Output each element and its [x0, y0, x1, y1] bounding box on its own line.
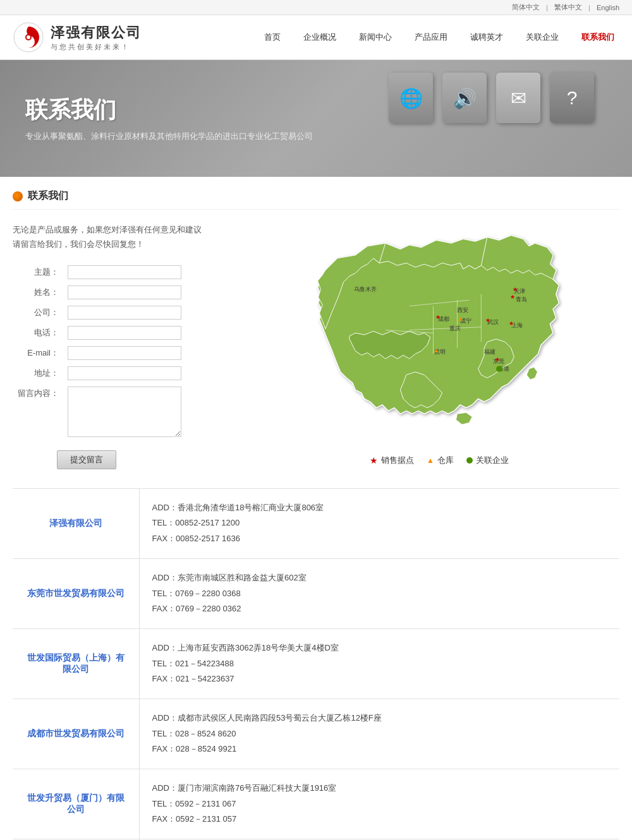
svg-text:★: ★: [513, 285, 518, 292]
main-content: 联系我们 无论是产品或服务，如果您对泽强有任何意见和建议 请留言给我们，我们会尽…: [0, 177, 632, 840]
name-input[interactable]: [68, 285, 181, 299]
section-dot: [13, 191, 23, 201]
message-textarea[interactable]: [68, 387, 181, 437]
banner-text: 联系我们 专业从事聚氨酯、涂料行业原材料及其他特用化学品的进出口专业化工贸易公司: [25, 95, 313, 142]
company-input[interactable]: [68, 306, 181, 320]
sales-star-icon: ★: [370, 455, 378, 465]
phone-label: 电话：: [14, 323, 63, 342]
banner-title: 联系我们: [25, 95, 313, 126]
map-area: 乌鲁木齐 天津 青岛 上海 武汉 成宁 成都 重庆 西安 昆明 福建 东莞 香港…: [259, 222, 619, 469]
banner-subtitle: 专业从事聚氨酯、涂料行业原材料及其他特用化学品的进出口专业化工贸易公司: [25, 131, 313, 142]
svg-text:福建: 福建: [484, 349, 495, 355]
legend-warehouse-label: 仓库: [437, 455, 454, 466]
section-title: 联系我们: [13, 189, 619, 210]
svg-text:★: ★: [510, 293, 515, 300]
nav-about[interactable]: 企业概况: [298, 29, 341, 45]
company-info-cell: ADD：东莞市南城区胜和路金益大厦602室TEL：0769－2280 0368F…: [139, 558, 619, 628]
warehouse-triangle-icon: ▲: [427, 456, 434, 465]
company-name-cell: 泽强有限公司: [13, 488, 139, 558]
section-heading: 联系我们: [28, 189, 68, 203]
submit-button[interactable]: 提交留言: [57, 450, 116, 469]
table-row: 世发国际贸易（上海）有限公司 ADD：上海市延安西路3062弄18号华美大厦4楼…: [13, 628, 619, 699]
company-info-cell: ADD：上海市延安西路3062弄18号华美大厦4楼D室TEL：021－54223…: [139, 628, 619, 699]
form-row-subject: 主题：: [14, 263, 245, 282]
svg-text:★: ★: [509, 320, 514, 327]
subject-input[interactable]: [68, 265, 181, 279]
lang-traditional[interactable]: 繁体中文: [554, 3, 582, 12]
legend-sales: ★ 销售据点: [370, 455, 414, 466]
contact-form-area: 无论是产品或服务，如果您对泽强有任何意见和建议 请留言给我们，我们会尽快回复您！…: [13, 222, 246, 469]
form-row-message: 留言内容：: [14, 384, 245, 441]
form-row-phone: 电话：: [14, 323, 245, 342]
legend-affiliated-label: 关联企业: [476, 455, 509, 466]
svg-point-2: [27, 35, 30, 39]
table-row: 泽强有限公司 ADD：香港北角渣华道18号榕汇商业大厦806室TEL：00852…: [13, 488, 619, 558]
address-input[interactable]: [68, 366, 181, 380]
company-info-cell: ADD：厦门市湖滨南路76号百融汇科技大厦1916室TEL：0592－2131 …: [139, 769, 619, 839]
logo: 泽强有限公司 与 您 共 创 美 好 未 来 ！: [13, 21, 142, 53]
company-info-cell: ADD：香港北角渣华道18号榕汇商业大厦806室TEL：00852-2517 1…: [139, 488, 619, 558]
svg-text:重庆: 重庆: [449, 325, 461, 332]
lang-simplified[interactable]: 简体中文: [512, 3, 540, 12]
table-row: 成都市世发贸易有限公司 ADD：成都市武侯区人民南路四段53号蜀云台大厦乙栋12…: [13, 699, 619, 769]
question-icon: ?: [550, 73, 594, 123]
form-row-company: 公司：: [14, 303, 245, 322]
affiliated-circle-icon: [466, 457, 473, 464]
svg-text:▲: ▲: [434, 347, 439, 354]
company-name: 泽强有限公司: [51, 23, 142, 42]
contact-form: 主题： 姓名： 公司： 电话：: [13, 261, 246, 469]
banner-icons: 🌐 🔊 ✉ ?: [389, 73, 594, 123]
company-name-cell: 世发升贸易（厦门）有限公司: [13, 769, 139, 839]
form-row-address: 地址：: [14, 364, 245, 383]
table-row: 世发升贸易（厦门）有限公司 ADD：厦门市湖滨南路76号百融汇科技大厦1916室…: [13, 769, 619, 839]
company-label: 公司：: [14, 303, 63, 322]
logo-icon: [13, 21, 44, 53]
map-legend: ★ 销售据点 ▲ 仓库 关联企业: [259, 455, 619, 466]
email-input[interactable]: [68, 346, 181, 360]
globe-icon: 🌐: [389, 73, 433, 123]
email-label: E-mail：: [14, 344, 63, 363]
logo-text: 泽强有限公司 与 您 共 创 美 好 未 来 ！: [51, 23, 142, 52]
nav-contact[interactable]: 联系我们: [576, 29, 619, 45]
svg-text:▲: ▲: [457, 315, 463, 322]
speaker-icon: 🔊: [442, 73, 487, 123]
mail-icon: ✉: [496, 73, 540, 123]
svg-text:青岛: 青岛: [516, 296, 527, 303]
nav-affiliated[interactable]: 关联企业: [521, 29, 564, 45]
legend-sales-label: 销售据点: [381, 455, 414, 466]
form-row-email: E-mail：: [14, 344, 245, 363]
svg-text:★: ★: [435, 313, 441, 320]
company-slogan: 与 您 共 创 美 好 未 来 ！: [51, 42, 142, 52]
lang-english[interactable]: English: [597, 4, 619, 11]
legend-affiliated: 关联企业: [466, 455, 509, 466]
phone-input[interactable]: [68, 326, 181, 340]
message-label: 留言内容：: [14, 384, 63, 441]
nav-news[interactable]: 新闻中心: [354, 29, 397, 45]
contact-intro: 无论是产品或服务，如果您对泽强有任何意见和建议 请留言给我们，我们会尽快回复您！: [13, 222, 246, 252]
svg-text:西安: 西安: [457, 307, 468, 313]
company-info-cell: ADD：成都市武侯区人民南路四段53号蜀云台大厦乙栋12楼F座TEL：028－8…: [139, 699, 619, 769]
nav-products[interactable]: 产品应用: [410, 29, 453, 45]
contact-area: 无论是产品或服务，如果您对泽强有任何意见和建议 请留言给我们，我们会尽快回复您！…: [13, 222, 619, 469]
form-row-name: 姓名：: [14, 283, 245, 302]
svg-point-30: [496, 366, 502, 371]
table-row: 东莞市世发贸易有限公司 ADD：东莞市南城区胜和路金益大厦602室TEL：076…: [13, 558, 619, 628]
china-map: 乌鲁木齐 天津 青岛 上海 武汉 成宁 成都 重庆 西安 昆明 福建 东莞 香港…: [259, 222, 619, 450]
nav-careers[interactable]: 诚聘英才: [465, 29, 508, 45]
svg-text:乌鲁木齐: 乌鲁木齐: [354, 286, 377, 292]
address-label: 地址：: [14, 364, 63, 383]
company-name-cell: 东莞市世发贸易有限公司: [13, 558, 139, 628]
banner: 联系我们 专业从事聚氨酯、涂料行业原材料及其他特用化学品的进出口专业化工贸易公司…: [0, 60, 632, 177]
main-nav: 首页 企业概况 新闻中心 产品应用 诚聘英才 关联企业 联系我们: [259, 29, 619, 45]
svg-text:★: ★: [485, 316, 490, 323]
company-name-cell: 成都市世发贸易有限公司: [13, 699, 139, 769]
legend-warehouse: ▲ 仓库: [427, 455, 454, 466]
subject-label: 主题：: [14, 263, 63, 282]
header: 泽强有限公司 与 您 共 创 美 好 未 来 ！ 首页 企业概况 新闻中心 产品…: [0, 15, 632, 60]
svg-text:★: ★: [495, 356, 500, 363]
company-name-cell: 世发国际贸易（上海）有限公司: [13, 628, 139, 699]
company-table: 泽强有限公司 ADD：香港北角渣华道18号榕汇商业大厦806室TEL：00852…: [13, 488, 619, 840]
top-bar: 简体中文 | 繁体中文 | English: [0, 0, 632, 15]
nav-home[interactable]: 首页: [259, 29, 286, 45]
map-container: 乌鲁木齐 天津 青岛 上海 武汉 成宁 成都 重庆 西安 昆明 福建 东莞 香港…: [259, 222, 619, 450]
